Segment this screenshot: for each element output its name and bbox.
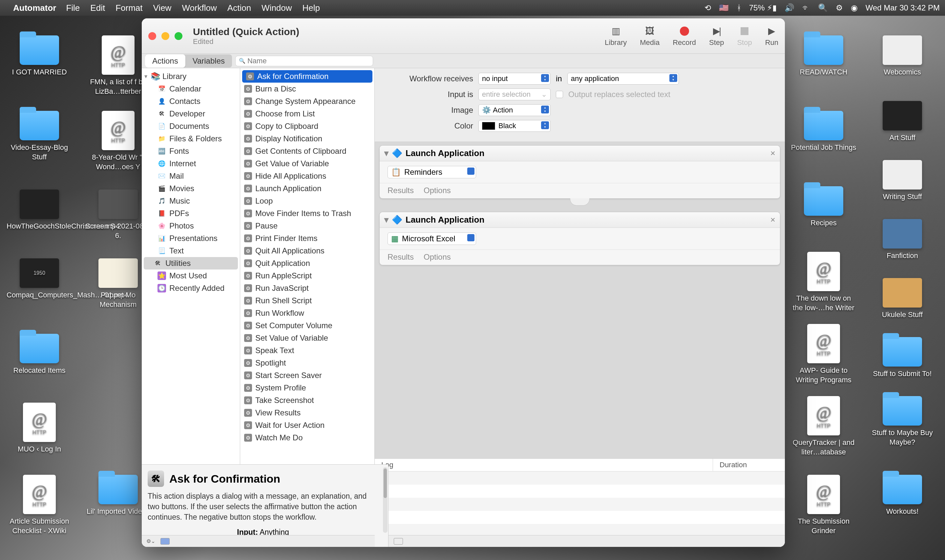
desktop-icon[interactable]: Stuff to Submit To! bbox=[869, 337, 935, 379]
desktop-icon[interactable]: Stuff to Maybe Buy Maybe? bbox=[869, 396, 935, 447]
library-item[interactable]: 🛠Developer bbox=[142, 108, 240, 120]
desktop-icon[interactable]: Video-Essay-Blog Stuff bbox=[6, 111, 72, 162]
action-item[interactable]: ⚙Choose from List bbox=[240, 108, 375, 120]
library-item[interactable]: 🎵Music bbox=[142, 195, 240, 207]
toolbar-media[interactable]: 🖼Media bbox=[640, 25, 660, 47]
control-center-icon[interactable]: ⚙︎ bbox=[836, 3, 843, 12]
options-button[interactable]: Options bbox=[424, 186, 451, 195]
desktop-icon[interactable]: Workouts! bbox=[869, 475, 935, 516]
menu-view[interactable]: View bbox=[153, 3, 172, 13]
action-item[interactable]: ⚙Set Value of Variable bbox=[240, 332, 375, 344]
action-item[interactable]: ⚙Run Shell Script bbox=[240, 294, 375, 307]
library-item[interactable]: 🕒Recently Added bbox=[142, 282, 240, 294]
desktop-icon[interactable]: @HTTPFMN, a list of f by LizBa…tterber bbox=[85, 35, 151, 96]
action-item[interactable]: ⚙Burn a Disc bbox=[240, 83, 375, 95]
action-item[interactable]: ⚙Change System Appearance bbox=[240, 95, 375, 108]
library-item[interactable]: 🛠Utilities bbox=[144, 257, 238, 269]
menu-format[interactable]: Format bbox=[116, 3, 142, 13]
settings-icon[interactable]: ⚙︎⌄ bbox=[146, 538, 155, 544]
action-item[interactable]: ⚙System Profile bbox=[240, 382, 375, 394]
desktop-icon[interactable]: I GOT MARRIED bbox=[6, 35, 72, 77]
log-col-duration[interactable]: Duration bbox=[713, 459, 785, 471]
action-item[interactable]: ⚙Display Notification bbox=[240, 132, 375, 145]
action-item[interactable]: ⚙Run Workflow bbox=[240, 307, 375, 319]
menu-edit[interactable]: Edit bbox=[90, 3, 105, 13]
action-item[interactable]: ⚙Run JavaScript bbox=[240, 282, 375, 294]
action-item[interactable]: ⚙Hide All Applications bbox=[240, 170, 375, 182]
library-item[interactable]: 🌸Photos bbox=[142, 220, 240, 232]
in-app-select[interactable]: any application bbox=[567, 73, 679, 85]
action-item[interactable]: ⚙Loop bbox=[240, 195, 375, 207]
desktop-icon[interactable]: Writing Stuff bbox=[869, 160, 935, 202]
toolbar-record[interactable]: Record bbox=[673, 25, 696, 47]
results-button[interactable]: Results bbox=[387, 252, 414, 262]
library-item[interactable]: ⭐Most Used bbox=[142, 269, 240, 282]
options-button[interactable]: Options bbox=[424, 252, 451, 262]
desktop-icon[interactable]: Webcomics bbox=[869, 35, 935, 77]
desktop-icon[interactable]: @HTTPThe down low on the low-…he Writer bbox=[791, 252, 856, 312]
library-item[interactable]: 📄Documents bbox=[142, 120, 240, 132]
desktop-icon[interactable]: Recipes bbox=[791, 186, 856, 228]
app-picker[interactable]: 📋Reminders bbox=[387, 166, 476, 178]
clock[interactable]: Wed Mar 30 3:42 PM bbox=[866, 3, 940, 12]
desktop-icon[interactable]: Art Stuff bbox=[869, 101, 935, 143]
spotlight-icon[interactable]: 🔍 bbox=[818, 3, 828, 12]
action-item[interactable]: ⚙Run AppleScript bbox=[240, 269, 375, 282]
action-item[interactable]: ⚙Pause bbox=[240, 220, 375, 232]
action-item[interactable]: ⚙Take Screenshot bbox=[240, 394, 375, 406]
library-root[interactable]: ▾📚Library bbox=[142, 70, 240, 83]
menu-file[interactable]: File bbox=[66, 3, 80, 13]
desktop-icon[interactable]: Puppet Mo Mechanism bbox=[85, 258, 151, 309]
close-button[interactable] bbox=[148, 32, 156, 40]
desktop-icon[interactable]: Screen S 2021-08…6. bbox=[85, 189, 151, 240]
close-icon[interactable]: × bbox=[771, 215, 775, 225]
disclosure-icon[interactable]: ▾ bbox=[384, 215, 388, 225]
receives-select[interactable]: no input bbox=[478, 73, 550, 85]
desktop-icon[interactable]: @HTTPQueryTracker | and liter…atabase bbox=[791, 396, 856, 457]
action-item[interactable]: ⚙Wait for User Action bbox=[240, 419, 375, 431]
toolbar-run[interactable]: Run bbox=[765, 25, 778, 47]
desktop-icon[interactable]: @HTTPMUO ‹ Log In bbox=[6, 403, 72, 454]
library-item[interactable]: 🔤Fonts bbox=[142, 145, 240, 157]
tab-actions[interactable]: Actions bbox=[145, 54, 185, 68]
action-item[interactable]: ⚙Start Screen Saver bbox=[240, 369, 375, 382]
action-item[interactable]: ⚙Launch Application bbox=[240, 182, 375, 195]
menu-workflow[interactable]: Workflow bbox=[182, 3, 217, 13]
action-item[interactable]: ⚙Copy to Clipboard bbox=[240, 120, 375, 132]
action-item[interactable]: ⚙Quit Application bbox=[240, 257, 375, 269]
app-picker[interactable]: ▦Microsoft Excel bbox=[387, 232, 476, 245]
menu-help[interactable]: Help bbox=[302, 3, 320, 13]
disclosure-icon[interactable]: ▾ bbox=[384, 148, 388, 158]
action-item[interactable]: ⚙Print Finder Items bbox=[240, 232, 375, 245]
log-view-flow-icon[interactable] bbox=[394, 538, 403, 545]
desktop-icon[interactable]: @HTTPAWP- Guide to Writing Programs bbox=[791, 324, 856, 385]
library-item[interactable]: ✉️Mail bbox=[142, 170, 240, 182]
action-item[interactable]: ⚙Quit All Applications bbox=[240, 245, 375, 257]
toolbar-library[interactable]: ▥Library bbox=[605, 25, 627, 47]
action-item[interactable]: ⚙View Results bbox=[240, 406, 375, 419]
wifi-icon[interactable]: ᯤ bbox=[802, 3, 810, 12]
desktop-icon[interactable]: READ/WATCH bbox=[791, 35, 856, 77]
zoom-button[interactable] bbox=[174, 32, 182, 40]
output-replaces-checkbox[interactable] bbox=[556, 91, 563, 98]
action-item[interactable]: ⚙Speak Text bbox=[240, 344, 375, 357]
tab-variables[interactable]: Variables bbox=[185, 54, 232, 68]
timemachine-icon[interactable]: ⟲ bbox=[705, 3, 711, 12]
search-input[interactable] bbox=[247, 57, 370, 65]
desktop-icon[interactable]: @HTTP8-Year-Old Wr "I Wond…oes Y bbox=[85, 111, 151, 171]
library-item[interactable]: 🎬Movies bbox=[142, 182, 240, 195]
desktop-icon[interactable]: Lil' Imported Videos bbox=[85, 475, 151, 516]
workflow-action-2[interactable]: ▾🔷Launch Application× ▦Microsoft Excel R… bbox=[379, 212, 780, 265]
volume-icon[interactable]: 🔊 bbox=[785, 3, 794, 12]
desktop-icon[interactable]: HowTheGoochStoleChristmas.mp4 bbox=[6, 189, 72, 231]
description-toggle-icon[interactable] bbox=[160, 538, 170, 545]
image-select[interactable]: ⚙️Action bbox=[478, 104, 550, 116]
siri-icon[interactable]: ◉ bbox=[851, 3, 858, 12]
library-item[interactable]: 📃Text bbox=[142, 245, 240, 257]
desktop-icon[interactable]: @HTTPThe Submission Grinder bbox=[791, 475, 856, 535]
library-item[interactable]: 👤Contacts bbox=[142, 95, 240, 108]
library-item[interactable]: 📅Calendar bbox=[142, 83, 240, 95]
action-item[interactable]: ⚙Watch Me Do bbox=[240, 431, 375, 444]
desktop-icon[interactable]: Potential Job Things bbox=[791, 111, 856, 152]
action-item[interactable]: ⚙Spotlight bbox=[240, 357, 375, 369]
